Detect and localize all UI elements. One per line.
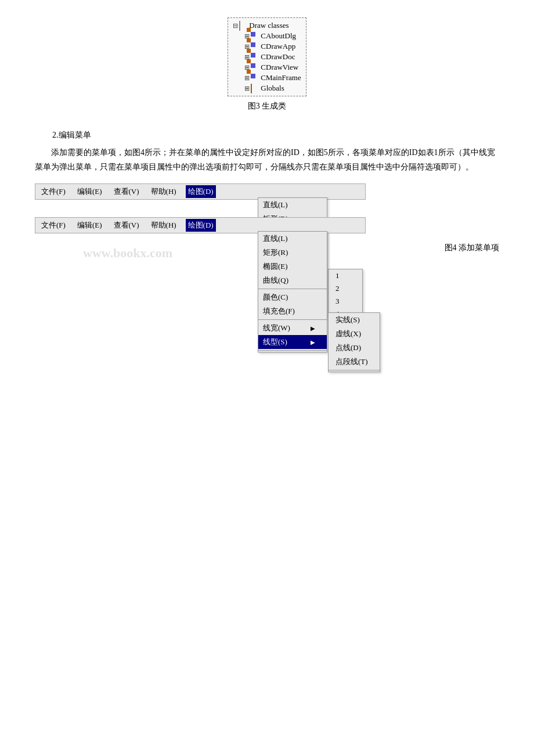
menu2-item-color[interactable]: 颜色(C)	[258, 290, 327, 304]
item-label-1: CDrawApp	[261, 42, 295, 51]
menubar-item-draw[interactable]: 绘图(D)	[186, 185, 216, 198]
menu-item-line[interactable]: 直线(L)	[258, 198, 327, 212]
tree-item-cmainframe[interactable]: ⊞ CMainFrame	[244, 73, 301, 83]
linestyle-dotted[interactable]: 点线(D)	[329, 341, 380, 355]
linewidth2-arrow: ▶	[311, 325, 315, 332]
item-expander-5[interactable]: ⊞	[244, 85, 250, 92]
linestyle-sep	[329, 370, 380, 370]
class-icon-1	[251, 42, 259, 51]
menubar2-item-edit[interactable]: 编辑(E)	[75, 219, 104, 232]
root-icon	[239, 21, 247, 30]
linewidth-3[interactable]: 3	[329, 295, 362, 308]
popup-menu-2: 直线(L) 矩形(R) 椭圆(E) 曲线(Q) 颜色(C) 填充色(F) 线宽(…	[258, 231, 327, 352]
item-label-4: CMainFrame	[261, 73, 301, 82]
linestyle-dashdot[interactable]: 点段线(T)	[329, 355, 380, 369]
class-icon-4	[251, 74, 259, 82]
linestyle2-arrow: ▶	[311, 339, 315, 345]
menu2-item-linewidth[interactable]: 线宽(W) ▶	[258, 321, 327, 335]
menu2-sep-1	[258, 289, 327, 289]
menubar-item-file[interactable]: 文件(F)	[39, 185, 68, 198]
menu2-item-fill[interactable]: 填充色(F)	[258, 304, 327, 318]
menubar2-item-view[interactable]: 查看(V)	[111, 219, 142, 232]
menu2-item-line[interactable]: 直线(L)	[258, 232, 327, 246]
root-label: Draw classes	[249, 21, 288, 30]
tree-root[interactable]: ⊟ Draw classes	[233, 20, 301, 31]
menu2-sep-3	[258, 350, 327, 351]
linewidth-2[interactable]: 2	[329, 282, 362, 295]
class-icon-3	[251, 63, 259, 71]
root-expander[interactable]: ⊟	[233, 22, 238, 30]
folder-icon-5	[251, 84, 259, 92]
item-label-2: CDrawDoc	[261, 52, 295, 62]
fig3-caption: 图3 生成类	[248, 101, 287, 111]
linestyle-solid[interactable]: 实线(S)	[329, 313, 380, 327]
submenu-linestyle: 实线(S) 虚线(X) 点线(D) 点段线(T)	[328, 312, 380, 372]
tree-children: ⊞ CAboutDlg ⊞ CDrawApp ⊞ CDrawDoc ⊞ CDra…	[233, 31, 301, 93]
class-icon-0	[251, 32, 259, 40]
tree-item-cdrawview[interactable]: ⊞ CDrawView	[244, 62, 301, 73]
item-label-5: Globals	[261, 84, 284, 93]
item-label-3: CDrawView	[261, 63, 298, 72]
tree-item-caboutdlg[interactable]: ⊞ CAboutDlg	[244, 31, 301, 41]
menubar2-item-help[interactable]: 帮助(H)	[149, 219, 179, 232]
menu-screenshot-1: 文件(F) 编辑(E) 查看(V) 帮助(H) 绘图(D) 直线(L) 矩形(R…	[35, 183, 499, 200]
tree-item-globals[interactable]: ⊞ Globals	[244, 83, 301, 93]
tree-box: ⊟ Draw classes ⊞ CAboutDlg ⊞ CDrawApp ⊞ …	[228, 17, 306, 96]
item-label-0: CAboutDlg	[261, 31, 296, 41]
menu2-item-curve[interactable]: 曲线(Q)	[258, 273, 327, 287]
menu2-item-rect[interactable]: 矩形(R)	[258, 246, 327, 260]
tree-item-cdrawdoc[interactable]: ⊞ CDrawDoc	[244, 52, 301, 62]
paragraph1: 添加需要的菜单项，如图4所示；并在菜单的属性中设定好所对应的ID，如图5所示，各…	[35, 145, 499, 174]
linewidth-1[interactable]: 1	[329, 269, 362, 282]
linestyle-dashed[interactable]: 虚线(X)	[329, 327, 380, 341]
menubar-item-edit[interactable]: 编辑(E)	[75, 185, 104, 198]
menu2-sep-2	[258, 319, 327, 320]
tree-section: ⊟ Draw classes ⊞ CAboutDlg ⊞ CDrawApp ⊞ …	[35, 17, 499, 123]
item-expander-4[interactable]: ⊞	[244, 74, 250, 82]
menu2-item-linestyle[interactable]: 线型(S) ▶	[258, 335, 327, 349]
menu2-item-ellipse[interactable]: 椭圆(E)	[258, 260, 327, 273]
class-icon-2	[251, 53, 259, 61]
menubar-item-help[interactable]: 帮助(H)	[149, 185, 179, 198]
menubar-item-view[interactable]: 查看(V)	[111, 185, 142, 198]
section-title: 2.编辑菜单	[52, 130, 499, 141]
menu-screenshot-2: 文件(F) 编辑(E) 查看(V) 帮助(H) 绘图(D) 直线(L) 矩形(R…	[35, 217, 499, 233]
tree-item-cdrawapp[interactable]: ⊞ CDrawApp	[244, 41, 301, 52]
menubar2-item-draw[interactable]: 绘图(D)	[186, 219, 216, 232]
menubar2-item-file[interactable]: 文件(F)	[39, 219, 68, 232]
